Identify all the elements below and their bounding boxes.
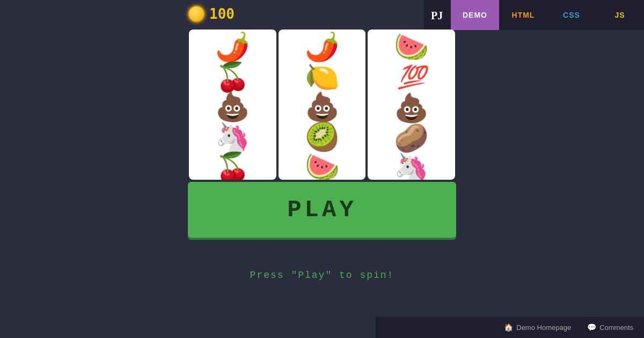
reel-item: 🍉 [279,153,366,180]
reel-1: 🌶️ 🍒 💩 🦄 🍒 [189,30,276,180]
tab-html[interactable]: HTML [499,0,547,30]
reel-item: 🍋 [279,63,366,91]
reel-item: 💩 [279,93,366,121]
top-nav: PJ DEMO HTML CSS JS [424,0,644,30]
coin-display: 100 [188,5,235,23]
reel-item: 💯 [368,64,455,91]
reel-item: 💩 [368,94,455,122]
tab-css[interactable]: CSS [547,0,596,30]
comments-link[interactable]: 💬 Comments [587,323,633,332]
reel-2: 🌶️ 🍋 💩 🥝 🍉 [279,30,366,180]
comment-icon: 💬 [587,323,596,332]
home-icon: 🏠 [504,323,513,332]
slot-machine: 🌶️ 🍒 💩 🦄 🍒 🌶️ 🍋 💩 🥝 🍉 🍉 💯 💩 🥔 🦄 PLAY Pre… [188,30,456,281]
reel-item: 🌶️ [189,33,276,61]
reel-3: 🍉 💯 💩 🥔 🦄 [368,30,455,180]
reels-container: 🌶️ 🍒 💩 🦄 🍒 🌶️ 🍋 💩 🥝 🍉 🍉 💯 💩 🥔 🦄 [188,30,456,180]
reel-item: 🦄 [368,154,455,180]
demo-homepage-link[interactable]: 🏠 Demo Homepage [504,323,571,332]
nav-logo: PJ [424,0,451,30]
reel-item: 🥔 [368,124,455,152]
coin-count: 100 [209,6,235,22]
coin-icon [188,5,205,23]
reel-item: 🍒 [189,63,276,91]
demo-homepage-label: Demo Homepage [516,324,571,332]
status-text: Press "Play" to spin! [188,270,456,281]
play-button[interactable]: PLAY [188,182,456,238]
bottom-bar: 🏠 Demo Homepage 💬 Comments [376,317,644,338]
reel-item: 🦄 [189,123,276,151]
tab-js[interactable]: JS [596,0,644,30]
reel-item: 🍒 [189,153,276,180]
reel-item: 🍉 [368,33,455,61]
reel-item: 💩 [189,93,276,121]
reel-item: 🥝 [279,123,366,151]
svg-text:PJ: PJ [431,10,443,21]
tab-demo[interactable]: DEMO [451,0,499,30]
reel-item: 🌶️ [279,33,366,61]
comments-label: Comments [599,324,633,332]
